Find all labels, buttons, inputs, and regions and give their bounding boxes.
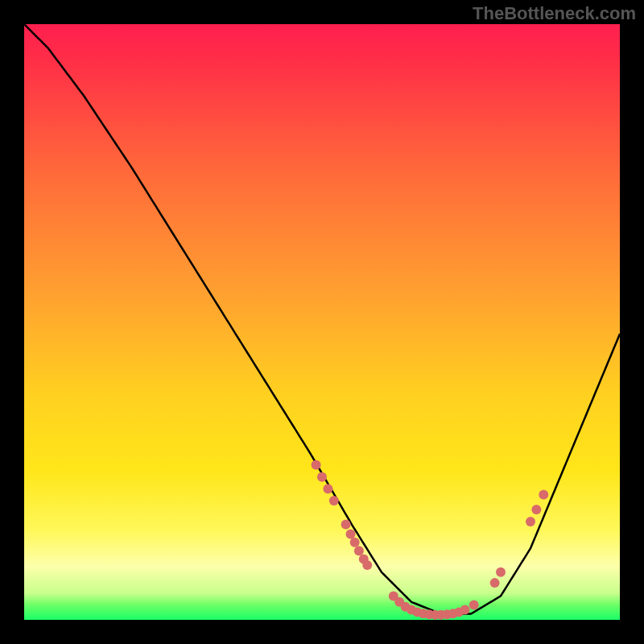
gradient-background [24, 24, 620, 620]
marker-point [341, 520, 351, 530]
plot-frame [24, 24, 620, 620]
watermark-text: TheBottleneck.com [473, 3, 636, 24]
marker-point [539, 490, 548, 500]
marker-point [362, 560, 372, 570]
marker-point [460, 605, 470, 614]
marker-point [469, 601, 479, 610]
marker-point [496, 568, 506, 577]
marker-point [350, 538, 360, 547]
marker-point [317, 472, 327, 481]
marker-point [531, 505, 541, 514]
marker-point [323, 484, 332, 493]
chart-svg [24, 24, 620, 620]
marker-point [354, 546, 364, 555]
chart-container: TheBottleneck.com [0, 0, 644, 644]
marker-point [312, 460, 321, 470]
marker-point [490, 578, 500, 588]
marker-point [346, 529, 356, 539]
marker-point [526, 517, 535, 526]
marker-point [329, 496, 339, 506]
